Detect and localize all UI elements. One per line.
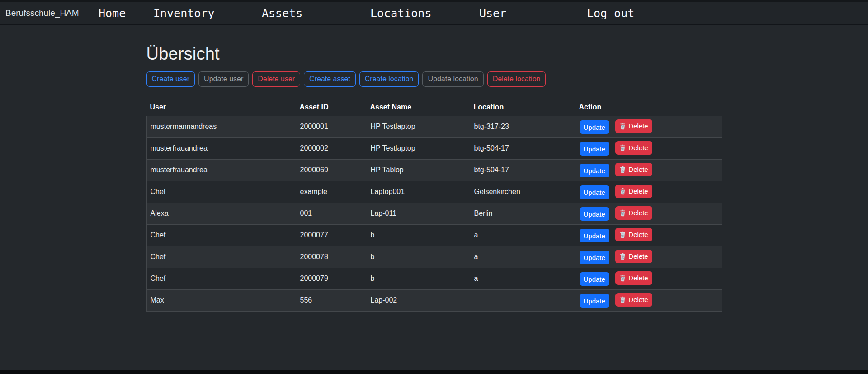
table-row: Max 556 Lap-002 Update Delete xyxy=(147,289,722,311)
nav-items: Home Inventory Assets Locations User Log… xyxy=(99,2,634,24)
cell-asset-id: 2000002 xyxy=(297,144,367,152)
column-header-asset-id: Asset ID xyxy=(296,103,367,111)
cell-user: musterfrauandrea xyxy=(147,144,297,152)
cell-user: Max xyxy=(147,296,297,304)
cell-location: Gelsenkirchen xyxy=(471,188,576,196)
cell-asset-id: 001 xyxy=(297,209,367,218)
create-user-button[interactable]: Create user xyxy=(146,71,195,87)
table-body: mustermannandreas 2000001 HP Testlaptop … xyxy=(146,116,722,312)
cell-asset-name: HP Testlaptop xyxy=(367,144,471,152)
cell-user: Alexa xyxy=(147,209,297,218)
cell-asset-id: 2000078 xyxy=(297,253,367,261)
delete-button-label: Delete xyxy=(628,274,648,282)
delete-button[interactable]: Delete xyxy=(615,271,652,285)
update-button[interactable]: Update xyxy=(580,142,609,156)
window-bottom-edge xyxy=(0,370,868,374)
page-title: Übersicht xyxy=(146,44,722,64)
update-location-button[interactable]: Update location xyxy=(422,71,483,87)
update-user-button[interactable]: Update user xyxy=(198,71,249,87)
delete-button[interactable]: Delete xyxy=(615,250,652,263)
update-button[interactable]: Update xyxy=(580,294,609,308)
cell-action: Update Delete xyxy=(576,250,722,265)
cell-action: Update Delete xyxy=(576,141,722,156)
cell-action: Update Delete xyxy=(576,293,722,308)
cell-asset-name: Lap-011 xyxy=(367,209,471,218)
delete-button[interactable]: Delete xyxy=(615,163,652,176)
delete-button[interactable]: Delete xyxy=(615,293,652,307)
table-row: Alexa 001 Lap-011 Berlin Update Delete xyxy=(147,203,722,224)
cell-asset-name: b xyxy=(367,231,471,239)
nav-item-user[interactable]: User xyxy=(479,7,506,20)
cell-asset-name: Lap-002 xyxy=(367,296,471,304)
cell-user: Chef xyxy=(147,188,297,196)
update-button[interactable]: Update xyxy=(580,251,609,264)
trash-icon xyxy=(619,188,626,195)
trash-icon xyxy=(619,144,626,151)
table-row: musterfrauandrea 2000069 HP Tablop btg-5… xyxy=(147,159,722,181)
delete-button[interactable]: Delete xyxy=(615,185,652,198)
table-row: Chef 2000078 b a Update Delete xyxy=(147,246,722,268)
cell-location: btg-317-23 xyxy=(471,123,576,131)
cell-location: a xyxy=(471,231,576,239)
cell-user: Chef xyxy=(147,231,297,239)
cell-user: Chef xyxy=(147,253,297,261)
cell-asset-id: 2000069 xyxy=(297,166,367,174)
update-button[interactable]: Update xyxy=(580,272,609,286)
update-button[interactable]: Update xyxy=(580,229,609,242)
navbar-brand[interactable]: Berufsschule_HAM xyxy=(5,2,79,24)
create-asset-button[interactable]: Create asset xyxy=(304,71,356,87)
update-button[interactable]: Update xyxy=(580,207,609,221)
nav-item-logout[interactable]: Log out xyxy=(587,7,634,20)
table-row: Chef 2000077 b a Update Delete xyxy=(147,224,722,246)
update-button[interactable]: Update xyxy=(580,164,609,177)
delete-button[interactable]: Delete xyxy=(615,119,652,133)
app-window: Berufsschule_HAM Home Inventory Assets L… xyxy=(0,0,868,374)
create-location-button[interactable]: Create location xyxy=(359,71,419,87)
update-button[interactable]: Update xyxy=(580,120,609,134)
cell-asset-name: b xyxy=(367,275,471,283)
trash-icon xyxy=(619,209,626,217)
cell-action: Update Delete xyxy=(576,119,722,134)
delete-location-button[interactable]: Delete location xyxy=(487,71,546,87)
cell-location: btg-504-17 xyxy=(471,144,576,152)
cell-action: Update Delete xyxy=(576,228,722,243)
delete-button-label: Delete xyxy=(628,296,648,303)
delete-user-button[interactable]: Delete user xyxy=(252,71,300,87)
cell-asset-id: example xyxy=(297,188,367,196)
cell-user: Chef xyxy=(147,275,297,283)
delete-button-label: Delete xyxy=(628,231,648,238)
delete-button-label: Delete xyxy=(628,209,648,217)
trash-icon xyxy=(619,123,626,130)
delete-button-label: Delete xyxy=(628,252,648,260)
cell-action: Update Delete xyxy=(576,271,722,286)
table-row: Chef 2000079 b a Update Delete xyxy=(147,268,722,289)
cell-location: btg-504-17 xyxy=(471,166,576,174)
cell-action: Update Delete xyxy=(576,206,722,221)
nav-item-assets[interactable]: Assets xyxy=(262,7,302,20)
delete-button-label: Delete xyxy=(628,166,648,173)
nav-item-home[interactable]: Home xyxy=(99,7,126,20)
main-content: Übersicht Create user Update user Delete… xyxy=(0,25,868,312)
cell-location: Berlin xyxy=(471,209,576,218)
cell-asset-name: HP Testlaptop xyxy=(367,123,471,131)
cell-location: a xyxy=(471,253,576,261)
delete-button[interactable]: Delete xyxy=(615,206,652,220)
delete-button[interactable]: Delete xyxy=(615,228,652,241)
delete-button[interactable]: Delete xyxy=(615,141,652,155)
nav-item-locations[interactable]: Locations xyxy=(370,7,431,20)
table-row: musterfrauandrea 2000002 HP Testlaptop b… xyxy=(147,137,722,159)
column-header-action: Action xyxy=(576,103,722,111)
column-header-user: User xyxy=(146,103,296,111)
trash-icon xyxy=(619,275,626,282)
cell-asset-id: 2000077 xyxy=(297,231,367,239)
table-row: Chef example Laptop001 Gelsenkirchen Upd… xyxy=(147,181,722,203)
cell-asset-name: HP Tablop xyxy=(367,166,471,174)
assets-table: User Asset ID Asset Name Location Action… xyxy=(146,99,722,312)
update-button[interactable]: Update xyxy=(580,185,609,199)
cell-user: musterfrauandrea xyxy=(147,166,297,174)
cell-location: a xyxy=(471,275,576,283)
table-row: mustermannandreas 2000001 HP Testlaptop … xyxy=(147,116,722,137)
navbar: Berufsschule_HAM Home Inventory Assets L… xyxy=(0,2,868,25)
trash-icon xyxy=(619,231,626,238)
nav-item-inventory[interactable]: Inventory xyxy=(153,7,214,20)
